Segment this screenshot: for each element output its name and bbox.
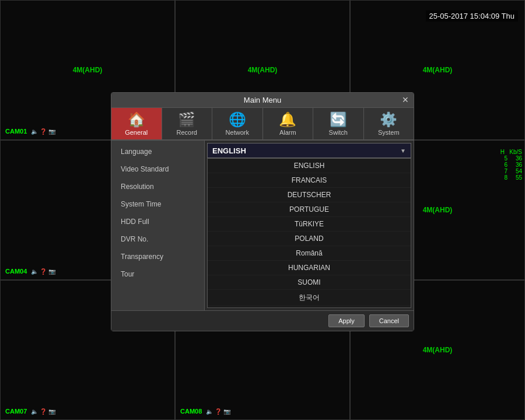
- sidebar-item-system-time[interactable]: System Time: [111, 195, 204, 213]
- language-dropdown-list[interactable]: ENGLISH FRANCAIS DEUTSCHER PORTUGUE TüRK…: [207, 158, 411, 308]
- net-stats: H Kb/S 5 36 6 36 7 54 8 55: [498, 146, 524, 183]
- language-dropdown-header[interactable]: ENGLISH ▼: [207, 143, 411, 158]
- sidebar-item-hdd-full[interactable]: HDD Full: [111, 213, 204, 230]
- cam8-id: CAM08: [180, 408, 202, 415]
- cam1-icons: 🔈 ❓ 📷: [31, 128, 55, 135]
- tab-switch-label: Switch: [329, 129, 348, 136]
- lang-option-hungarian[interactable]: HUNGARIAN: [208, 261, 411, 275]
- cam1-id: CAM01: [5, 128, 27, 135]
- cam6-resolution: 4M(AHD): [423, 206, 453, 214]
- lang-option-korean[interactable]: 한국어: [208, 290, 411, 306]
- switch-icon: 🔄: [330, 111, 347, 128]
- lang-option-francais[interactable]: FRANCAIS: [208, 173, 411, 188]
- datetime-display: 25-05-2017 15:04:09 Thu: [426, 10, 519, 22]
- language-selected-value: ENGLISH: [212, 146, 246, 155]
- cam7-id: CAM07: [5, 408, 27, 415]
- apply-button[interactable]: Apply: [328, 314, 365, 327]
- menu-sidebar: Language Video Standard Resolution Syste…: [111, 141, 205, 310]
- dialog-title: Main Menu: [244, 96, 281, 104]
- dialog-titlebar: Main Menu ✕: [111, 93, 414, 108]
- system-icon: ⚙️: [380, 111, 397, 128]
- sidebar-item-video-standard[interactable]: Video Standard: [111, 160, 204, 178]
- menu-panel: ENGLISH ▼ ENGLISH FRANCAIS DEUTSCHER POR…: [205, 141, 414, 310]
- cam3-resolution: 4M(AHD): [423, 66, 453, 74]
- menu-tabs: 🏠 General 🎬 Record 🌐 Network 🔔 Alarm 🔄 S…: [111, 108, 414, 141]
- tab-record[interactable]: 🎬 Record: [162, 108, 213, 139]
- menu-bottom-bar: Apply Cancel: [111, 310, 414, 331]
- tab-system[interactable]: ⚙️ System: [364, 108, 414, 139]
- tab-record-label: Record: [177, 129, 197, 136]
- cam9-resolution: 4M(AHD): [423, 346, 453, 354]
- tab-alarm-label: Alarm: [279, 129, 296, 136]
- sidebar-item-dvr-no[interactable]: DVR No.: [111, 230, 204, 248]
- tab-network-label: Network: [226, 129, 249, 136]
- main-menu-dialog: Main Menu ✕ 🏠 General 🎬 Record 🌐 Network…: [111, 92, 414, 331]
- cam7-icons: 🔈 ❓ 📷: [31, 408, 55, 415]
- sidebar-item-transparency[interactable]: Transparency: [111, 248, 204, 265]
- menu-content: Language Video Standard Resolution Syste…: [111, 141, 414, 310]
- tab-system-label: System: [378, 129, 400, 136]
- lang-option-turkiye[interactable]: TüRKIYE: [208, 217, 411, 232]
- alarm-icon: 🔔: [279, 111, 296, 128]
- tab-switch[interactable]: 🔄 Switch: [313, 108, 364, 139]
- record-icon: 🎬: [178, 111, 195, 128]
- lang-option-poland[interactable]: POLAND: [208, 232, 411, 246]
- cancel-button[interactable]: Cancel: [369, 314, 409, 327]
- cam1-resolution: 4M(AHD): [73, 66, 103, 74]
- lang-option-deutscher[interactable]: DEUTSCHER: [208, 188, 411, 202]
- lang-option-suomi[interactable]: SUOMI: [208, 275, 411, 290]
- close-button[interactable]: ✕: [402, 95, 409, 104]
- tab-general-label: General: [125, 129, 148, 136]
- tab-network[interactable]: 🌐 Network: [212, 108, 263, 139]
- lang-option-portugue[interactable]: PORTUGUE: [208, 202, 411, 217]
- cam8-icons: 🔈 ❓ 📷: [206, 408, 230, 415]
- network-icon: 🌐: [229, 111, 246, 128]
- cam2-resolution: 4M(AHD): [248, 66, 278, 74]
- dropdown-arrow-icon: ▼: [400, 148, 406, 154]
- sidebar-item-resolution[interactable]: Resolution: [111, 178, 204, 195]
- tab-general[interactable]: 🏠 General: [111, 108, 162, 139]
- tab-alarm[interactable]: 🔔 Alarm: [263, 108, 314, 139]
- sidebar-item-tour[interactable]: Tour: [111, 265, 204, 283]
- general-icon: 🏠: [128, 111, 145, 128]
- lang-option-english[interactable]: ENGLISH: [208, 159, 411, 173]
- language-dropdown-container: ENGLISH ▼ ENGLISH FRANCAIS DEUTSCHER POR…: [205, 141, 414, 310]
- sidebar-item-language[interactable]: Language: [111, 143, 204, 160]
- lang-option-romana[interactable]: Română: [208, 246, 411, 261]
- cam4-icons: 🔈 ❓ 📷: [31, 268, 55, 275]
- lang-option-farsi[interactable]: فارسي: [208, 306, 411, 308]
- cam4-id: CAM04: [5, 268, 27, 275]
